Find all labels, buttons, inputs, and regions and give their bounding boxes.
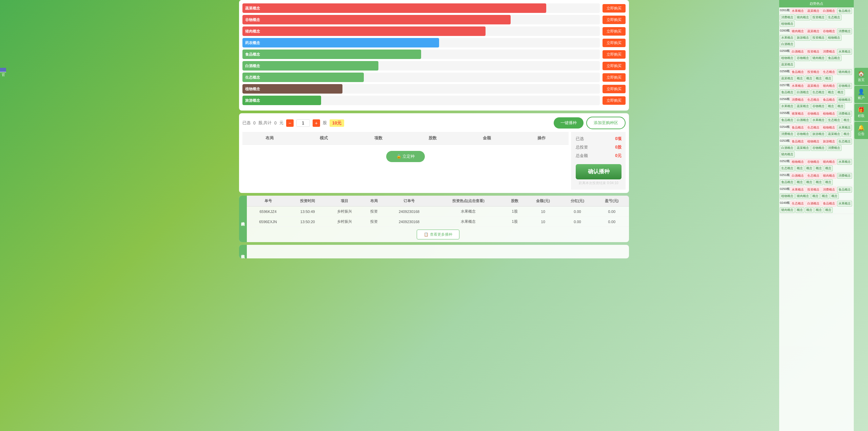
concept-tag[interactable]: 生态概念 [827, 15, 842, 20]
plant-btn[interactable]: 一键播种 [554, 117, 584, 129]
concept-tag[interactable]: 猪肉概念 [790, 28, 805, 34]
concept-tag[interactable]: 谷物概念 [811, 145, 826, 151]
concept-tag[interactable]: 投资概念 [806, 49, 821, 55]
concept-tag[interactable]: 白酒概念 [780, 145, 795, 151]
concept-tag[interactable]: 蔬菜概念 [780, 76, 795, 81]
concept-tag[interactable]: 谷物概念 [806, 159, 821, 165]
concept-tag[interactable]: 生态概念 [806, 125, 821, 131]
concept-tag[interactable]: 谷物概念 [822, 28, 836, 34]
concept-tag[interactable]: 概念 [827, 103, 835, 109]
concept-tag[interactable]: 消费概念 [837, 111, 852, 117]
concept-tag[interactable]: 消费概念 [822, 187, 836, 193]
concept-tag[interactable]: 猪肉概念 [822, 83, 836, 89]
concept-tag[interactable]: 食品概念 [822, 97, 836, 103]
buy-btn-4[interactable]: 立即购买 [603, 50, 626, 59]
concept-tag[interactable]: 食品概念 [827, 55, 842, 61]
concept-tag[interactable]: 蔬菜概念 [795, 103, 810, 109]
sidebar-home[interactable]: 🏠 首页 [854, 68, 868, 85]
concept-tag[interactable]: 水果概念 [837, 49, 852, 55]
concept-tag[interactable]: 消费概念 [780, 131, 795, 137]
concept-tag[interactable]: 消费概念 [822, 49, 836, 55]
concept-tag[interactable]: 白酒概念 [795, 90, 810, 95]
concept-tag[interactable]: 谷物概念 [795, 55, 810, 61]
concept-tag[interactable]: 食品概念 [790, 139, 805, 144]
concept-tag[interactable]: 食品概念 [822, 201, 836, 207]
concept-tag[interactable]: 概念 [805, 207, 814, 213]
concept-tag[interactable]: 白酒概念 [780, 41, 795, 47]
concept-tag[interactable]: 概念 [795, 165, 804, 171]
concept-tag[interactable]: 谷物概念 [806, 111, 821, 117]
concept-tag[interactable]: 概念 [795, 179, 804, 185]
buy-btn-2[interactable]: 立即购买 [603, 27, 626, 36]
concept-tag[interactable]: 猪肉概念 [837, 69, 852, 75]
buy-btn-3[interactable]: 立即购买 [603, 39, 626, 47]
concept-tag[interactable]: 概念 [824, 179, 833, 185]
concept-tag[interactable]: 概念 [795, 76, 804, 81]
concept-tag[interactable]: 食品概念 [790, 125, 805, 131]
concept-tag[interactable]: 水果概念 [790, 8, 805, 14]
concept-tag[interactable]: 消费概念 [780, 15, 795, 20]
concept-tag[interactable]: 水果概念 [790, 187, 805, 193]
concept-tag[interactable]: 植物概念 [790, 159, 805, 165]
concept-tag[interactable]: 谷物概念 [837, 83, 852, 89]
concept-tag[interactable]: 植物概念 [822, 125, 836, 131]
concept-tag[interactable]: 概念 [805, 165, 814, 171]
concept-tag[interactable]: 水果概念 [790, 83, 805, 89]
concept-tag[interactable]: 食品概念 [780, 90, 795, 95]
confirm-plant-btn[interactable]: 确认播种 [576, 164, 622, 179]
concept-tag[interactable]: 谷物概念 [795, 131, 810, 137]
concept-tag[interactable]: 水果概念 [837, 125, 852, 131]
buy-btn-8[interactable]: 立即购买 [603, 96, 626, 105]
buy-btn-0[interactable]: 立即购买 [603, 4, 626, 13]
concept-tag[interactable]: 生态概念 [790, 201, 805, 207]
concept-tag[interactable]: 概念 [830, 193, 839, 199]
sidebar-account[interactable]: 👤 账户 [854, 86, 868, 103]
concept-tag[interactable]: 旅游概念 [811, 131, 826, 137]
concept-tag[interactable]: 蔬菜概念 [806, 28, 821, 34]
concept-tag[interactable]: 蔬菜概念 [780, 62, 795, 67]
concept-tag[interactable]: 生态概念 [780, 165, 795, 171]
concept-tag[interactable]: 概念 [814, 165, 823, 171]
concept-tag[interactable]: 概念 [824, 76, 833, 81]
concept-tag[interactable]: 概念 [805, 76, 814, 81]
concept-tag[interactable]: 植物概念 [806, 139, 821, 144]
concept-tag[interactable]: 植物概念 [780, 193, 795, 199]
concept-tag[interactable]: 概念 [824, 207, 833, 213]
concept-tag[interactable]: 概念 [836, 103, 845, 109]
concept-tag[interactable]: 消费概念 [827, 145, 842, 151]
concept-tag[interactable]: 生态概念 [827, 117, 842, 123]
concept-tag[interactable]: 概念 [827, 90, 835, 95]
concept-tag[interactable]: 植物概念 [837, 97, 852, 103]
concept-tag[interactable]: 猪肉概念 [780, 207, 795, 213]
concept-tag[interactable]: 植物概念 [780, 55, 795, 61]
buy-btn-1[interactable]: 立即购买 [603, 16, 626, 24]
concept-tag[interactable]: 生态概念 [822, 69, 836, 75]
concept-tag[interactable]: 概念 [821, 193, 829, 199]
concept-tag[interactable]: 概念 [842, 131, 851, 137]
concept-tag[interactable]: 概念 [805, 179, 814, 185]
qty-plus-btn[interactable]: + [313, 119, 320, 127]
concept-tag[interactable]: 食品概念 [837, 187, 852, 193]
concept-tag[interactable]: 生态概念 [837, 139, 852, 144]
qty-minus-btn[interactable]: − [286, 119, 294, 127]
concept-tag[interactable]: 猪肉概念 [822, 159, 836, 165]
concept-tag[interactable]: 水果概念 [811, 117, 826, 123]
sidebar-official[interactable]: 官方播种列表 [0, 68, 6, 72]
concept-tag[interactable]: 蔬菜概念 [795, 145, 810, 151]
view-more-btn[interactable]: 📋 查看更多播种 [417, 230, 459, 239]
concept-tag[interactable]: 猪肉概念 [822, 173, 836, 179]
concept-tag[interactable]: 蔬菜概念 [827, 131, 842, 137]
concept-tag[interactable]: 投资概念 [811, 15, 826, 20]
concept-tag[interactable]: 旅游概念 [795, 35, 810, 41]
concept-tag[interactable]: 蔬菜概念 [806, 83, 821, 89]
concept-tag[interactable]: 植物概念 [822, 111, 836, 117]
concept-tag[interactable]: 概念 [842, 117, 851, 123]
concept-tag[interactable]: 猪肉概念 [795, 193, 810, 199]
concept-tag[interactable]: 概念 [814, 207, 823, 213]
concept-tag[interactable]: 概念 [811, 193, 820, 199]
concept-tag[interactable]: 生态概念 [811, 90, 826, 95]
concept-tag[interactable]: 概念 [814, 76, 823, 81]
concept-tag[interactable]: 生态概念 [806, 97, 821, 103]
concept-tag[interactable]: 食品概念 [780, 179, 795, 185]
concept-tag[interactable]: 旅游概念 [822, 139, 836, 144]
